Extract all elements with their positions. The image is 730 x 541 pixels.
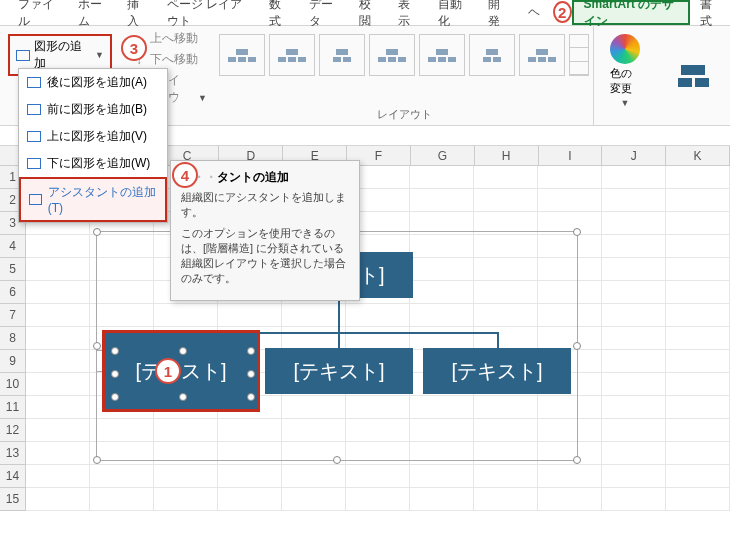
layout-thumb-3[interactable] (319, 34, 365, 76)
org-node-child1-highlight: [テキスト] (102, 330, 260, 412)
row-9[interactable]: 9 (0, 350, 25, 373)
row-10[interactable]: 10 (0, 373, 25, 396)
dropdown-add-assistant[interactable]: アシスタントの追加(T) (19, 177, 167, 222)
row-13[interactable]: 13 (0, 442, 25, 465)
col-K[interactable]: K (666, 146, 730, 165)
dropdown-add-before[interactable]: 前に図形を追加(B) (19, 96, 167, 123)
org-node-child3[interactable]: [テキスト] (423, 348, 571, 394)
tab-insert[interactable]: 挿入 (117, 0, 157, 25)
org-node-child1-selected[interactable]: [テキスト] (135, 358, 226, 385)
shape-icon (16, 50, 30, 61)
row-8[interactable]: 8 (0, 327, 25, 350)
row-11[interactable]: 11 (0, 396, 25, 419)
tab-smartart-design[interactable]: SmartArt のデザイン (572, 0, 691, 25)
tooltip-assistant: ・・・タントの追加 組織図にアシスタントを追加します。 このオプションを使用でき… (170, 160, 360, 301)
layout-thumb-6[interactable] (469, 34, 515, 76)
tab-automate[interactable]: 自動化 (428, 0, 478, 25)
add-shape-dropdown: 後に図形を追加(A) 前に図形を追加(B) 上に図形を追加(V) 下に図形を追加… (18, 68, 168, 223)
row-12[interactable]: 12 (0, 419, 25, 442)
row-15[interactable]: 15 (0, 488, 25, 511)
marker-4: 4 (172, 162, 198, 188)
layout-thumb-7[interactable] (519, 34, 565, 76)
shape-icon (27, 131, 41, 142)
row-6[interactable]: 6 (0, 281, 25, 304)
chevron-down-icon: ▼ (95, 50, 104, 60)
tab-home[interactable]: ホーム (68, 0, 118, 25)
style-gallery[interactable] (656, 26, 730, 125)
tab-help-truncated[interactable]: ヘ (518, 0, 550, 25)
tab-data[interactable]: データ (299, 0, 349, 25)
layout-thumb-nav[interactable] (569, 34, 589, 76)
tab-formula[interactable]: 数式 (259, 0, 299, 25)
shape-icon (27, 77, 41, 88)
layout-thumb-2[interactable] (269, 34, 315, 76)
row-7[interactable]: 7 (0, 304, 25, 327)
menubar: ファイル ホーム 挿入 ページ レイアウト 数式 データ 校閲 表示 自動化 開… (0, 0, 730, 26)
dropdown-add-above[interactable]: 上に図形を追加(V) (19, 123, 167, 150)
layout-group-label: レイアウト (219, 107, 589, 125)
chevron-down-icon: ▼ (621, 98, 630, 108)
move-up-label[interactable]: 上へ移動 (150, 30, 198, 47)
layout-thumb-1[interactable] (219, 34, 265, 76)
col-J[interactable]: J (602, 146, 666, 165)
tab-view[interactable]: 表示 (388, 0, 428, 25)
tab-format[interactable]: 書式 (690, 0, 730, 25)
col-G[interactable]: G (411, 146, 475, 165)
assistant-icon (29, 194, 42, 205)
tab-developer[interactable]: 開発 (478, 0, 518, 25)
shape-icon (27, 104, 41, 115)
dropdown-add-after[interactable]: 後に図形を追加(A) (19, 69, 167, 96)
layout-thumb-5[interactable] (419, 34, 465, 76)
layout-thumb-4[interactable] (369, 34, 415, 76)
col-I[interactable]: I (539, 146, 603, 165)
dropdown-add-below[interactable]: 下に図形を追加(W) (19, 150, 167, 177)
move-down-label[interactable]: 下へ移動 (150, 51, 198, 68)
org-node-child2[interactable]: [テキスト] (265, 348, 413, 394)
tab-file[interactable]: ファイル (8, 0, 68, 25)
color-change-button[interactable]: 色の変更 ▼ (600, 28, 650, 114)
marker-3: 3 (121, 35, 147, 61)
layout-gallery-group: レイアウト (215, 26, 594, 125)
col-H[interactable]: H (475, 146, 539, 165)
shape-icon (27, 158, 41, 169)
marker-1: 1 (155, 358, 181, 384)
row-14[interactable]: 14 (0, 465, 25, 488)
add-shape-label: 図形の追加 (34, 38, 92, 72)
tab-review[interactable]: 校閲 (349, 0, 389, 25)
tab-pagelayout[interactable]: ページ レイアウト (157, 0, 259, 25)
row-5[interactable]: 5 (0, 258, 25, 281)
color-wheel-icon (610, 34, 640, 64)
row-4[interactable]: 4 (0, 235, 25, 258)
marker-2: 2 (553, 1, 572, 23)
